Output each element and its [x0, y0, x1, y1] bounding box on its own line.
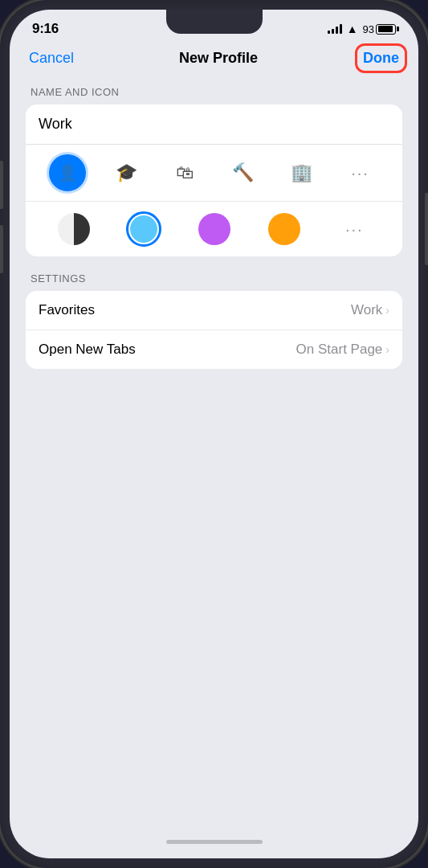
open-new-tabs-row[interactable]: Open New Tabs On Start Page › — [26, 330, 402, 369]
blue-color-selected — [126, 211, 161, 247]
icon-building[interactable]: 🏢 — [272, 162, 331, 183]
person-card-icon: 👤 — [58, 163, 78, 182]
open-new-tabs-label: Open New Tabs — [39, 342, 136, 358]
color-purple[interactable] — [179, 213, 249, 245]
favorites-value: Work — [351, 302, 382, 318]
battery-icon: 93 — [363, 23, 396, 35]
volume-down-button — [0, 225, 3, 273]
open-new-tabs-chevron-icon: › — [385, 343, 389, 356]
color-blue[interactable] — [108, 211, 178, 247]
orange-color-circle — [268, 213, 300, 245]
battery-percent: 93 — [363, 23, 374, 35]
more-colors-icon: ··· — [345, 220, 364, 239]
favorites-value-group: Work › — [351, 302, 389, 318]
more-icons-button[interactable]: ··· — [331, 164, 389, 182]
colors-row: ··· — [26, 202, 402, 256]
main-content: NAME AND ICON 👤 🎓 — [10, 76, 418, 375]
phone-frame: 9:16 ▲ 93 Cancel New Profile Done — [0, 0, 428, 868]
volume-up-button — [0, 161, 3, 209]
settings-section-label: SETTINGS — [26, 272, 402, 285]
blue-color-inner — [130, 215, 157, 243]
color-orange[interactable] — [249, 213, 319, 245]
graduation-cap-icon: 🎓 — [116, 162, 137, 183]
icon-hammer[interactable]: 🔨 — [214, 162, 272, 183]
icon-person-card[interactable]: 👤 — [39, 154, 97, 191]
more-icons-icon: ··· — [351, 164, 369, 182]
purple-color-circle — [198, 213, 230, 245]
signal-icon — [328, 24, 342, 34]
open-new-tabs-value: On Start Page — [296, 342, 383, 358]
icons-row: 👤 🎓 🛍 🔨 — [26, 145, 402, 202]
name-icon-card: 👤 🎓 🛍 🔨 — [26, 104, 402, 256]
navigation-bar: Cancel New Profile Done — [10, 43, 418, 76]
name-icon-section-label: NAME AND ICON — [26, 86, 402, 98]
color-bw[interactable] — [39, 213, 108, 245]
more-colors-button[interactable]: ··· — [320, 220, 389, 239]
done-button[interactable]: Done — [363, 50, 399, 66]
profile-name-input[interactable] — [26, 104, 402, 145]
icon-shopping-bag[interactable]: 🛍 — [156, 162, 214, 183]
settings-card: Favorites Work › Open New Tabs On Start … — [26, 291, 402, 369]
open-new-tabs-value-group: On Start Page › — [296, 342, 389, 358]
page-title: New Profile — [179, 50, 258, 67]
cancel-button[interactable]: Cancel — [29, 50, 74, 67]
wifi-icon: ▲ — [347, 23, 358, 35]
favorites-label: Favorites — [39, 302, 95, 318]
battery-fill — [378, 26, 393, 32]
icon-graduation-cap[interactable]: 🎓 — [97, 162, 156, 183]
status-time: 9:16 — [32, 21, 59, 37]
hammer-icon: 🔨 — [232, 162, 254, 183]
favorites-row[interactable]: Favorites Work › — [26, 291, 402, 330]
power-button — [425, 193, 428, 265]
favorites-chevron-icon: › — [385, 304, 389, 317]
phone-screen: 9:16 ▲ 93 Cancel New Profile Done — [10, 10, 418, 858]
building-icon: 🏢 — [291, 162, 312, 183]
status-icons: ▲ 93 — [328, 23, 396, 35]
selected-icon-circle: 👤 — [49, 154, 86, 191]
home-indicator — [166, 840, 263, 844]
done-button-wrapper: Done — [363, 50, 399, 67]
shopping-bag-icon: 🛍 — [176, 162, 194, 183]
battery-shape — [376, 24, 396, 35]
bw-color-circle — [58, 213, 90, 245]
notch — [166, 10, 263, 34]
